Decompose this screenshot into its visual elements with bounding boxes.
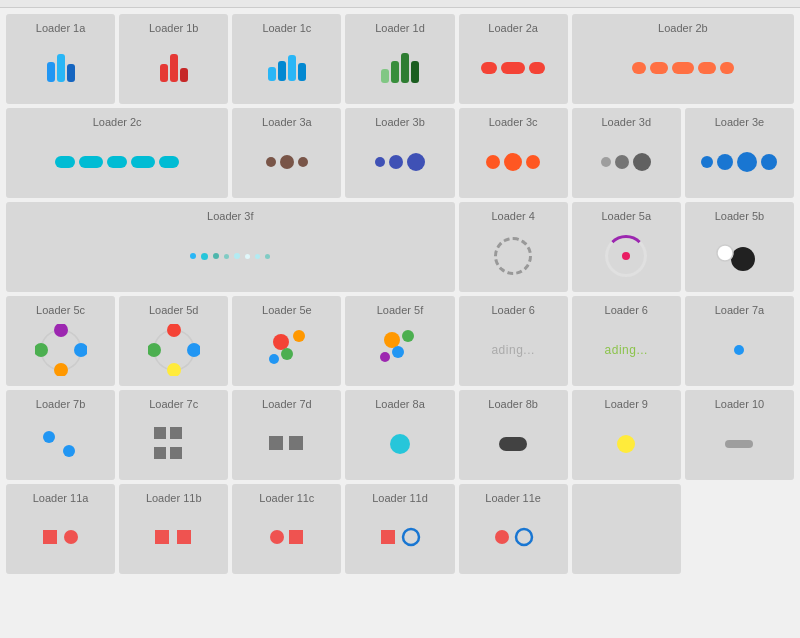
svg-rect-26 [269, 436, 283, 450]
loader-label-9: Loader 9 [605, 398, 648, 410]
svg-rect-28 [43, 530, 57, 544]
svg-point-18 [392, 346, 404, 358]
loader-label-2b: Loader 2b [658, 22, 708, 34]
loader-visual-2c [10, 134, 224, 190]
empty-cell [572, 484, 681, 574]
loader-label-7b: Loader 7b [36, 398, 86, 410]
loader-visual-5d [123, 322, 224, 378]
svg-rect-25 [170, 447, 182, 459]
loader-cell-6a: Loader 6ading... [459, 296, 568, 386]
svg-point-9 [187, 343, 200, 357]
loader-visual-3b [349, 134, 450, 190]
svg-point-15 [269, 354, 279, 364]
loader-cell-3c: Loader 3c [459, 108, 568, 198]
loader-label-10: Loader 10 [715, 398, 765, 410]
loader-visual-11a [10, 510, 111, 566]
svg-rect-27 [289, 436, 303, 450]
loader-cell-3e: Loader 3e [685, 108, 794, 198]
svg-point-3 [54, 324, 68, 337]
svg-point-14 [281, 348, 293, 360]
loader-label-4: Loader 4 [491, 210, 534, 222]
loader-visual-3d [576, 134, 677, 190]
loader-visual-3c [463, 134, 564, 190]
svg-rect-23 [170, 427, 182, 439]
loader-label-11a: Loader 11a [33, 492, 89, 504]
loader-cell-9: Loader 9 [572, 390, 681, 480]
loader-cell-6b: Loader 6ading... [572, 296, 681, 386]
svg-point-37 [516, 529, 532, 545]
loader-label-3f: Loader 3f [207, 210, 253, 222]
loader-label-2c: Loader 2c [93, 116, 142, 128]
loader-visual-5f [349, 322, 450, 378]
svg-point-10 [167, 363, 181, 376]
loader-cell-5b: Loader 5b [685, 202, 794, 292]
loader-cell-5c: Loader 5c [6, 296, 115, 386]
loader-cell-5d: Loader 5d [119, 296, 228, 386]
loader-label-6b: Loader 6 [605, 304, 648, 316]
loader-label-3d: Loader 3d [602, 116, 652, 128]
loader-visual-11e [463, 510, 564, 566]
top-bar [0, 0, 800, 8]
loader-cell-5a: Loader 5a [572, 202, 681, 292]
loader-visual-1a [10, 40, 111, 96]
loader-visual-3f [10, 228, 451, 284]
loader-visual-2a [463, 40, 564, 96]
loader-label-11b: Loader 11b [146, 492, 202, 504]
loader-label-1d: Loader 1d [375, 22, 425, 34]
loader-visual-8b [463, 416, 564, 472]
loader-visual-2b [576, 40, 790, 96]
loader-cell-8a: Loader 8a [345, 390, 454, 480]
loader-visual-7a [689, 322, 790, 378]
loader-visual-11c [236, 510, 337, 566]
svg-point-6 [35, 343, 48, 357]
svg-rect-22 [154, 427, 166, 439]
svg-point-16 [384, 332, 400, 348]
loader-label-7c: Loader 7c [149, 398, 198, 410]
loader-visual-1c [236, 40, 337, 96]
loader-cell-1d: Loader 1d [345, 14, 454, 104]
loader-cell-10: Loader 10 [685, 390, 794, 480]
loader-cell-11a: Loader 11a [6, 484, 115, 574]
loader-visual-6a: ading... [463, 322, 564, 378]
loader-label-3e: Loader 3e [715, 116, 765, 128]
loader-label-3b: Loader 3b [375, 116, 425, 128]
loader-cell-7d: Loader 7d [232, 390, 341, 480]
loader-visual-11b [123, 510, 224, 566]
loader-visual-10 [689, 416, 790, 472]
loader-label-6a: Loader 6 [491, 304, 534, 316]
loader-visual-3e [689, 134, 790, 190]
svg-rect-30 [155, 530, 169, 544]
loader-cell-11d: Loader 11d [345, 484, 454, 574]
loader-visual-5c [10, 322, 111, 378]
loader-label-11d: Loader 11d [372, 492, 428, 504]
svg-point-19 [380, 352, 390, 362]
svg-rect-31 [177, 530, 191, 544]
loader-label-8b: Loader 8b [488, 398, 538, 410]
loader-cell-7b: Loader 7b [6, 390, 115, 480]
loader-label-1a: Loader 1a [36, 22, 86, 34]
loader-cell-3b: Loader 3b [345, 108, 454, 198]
loader-cell-1a: Loader 1a [6, 14, 115, 104]
loader-cell-11e: Loader 11e [459, 484, 568, 574]
loader-label-11e: Loader 11e [485, 492, 541, 504]
svg-point-0 [731, 247, 755, 271]
loader-label-11c: Loader 11c [259, 492, 314, 504]
loader-visual-7b [10, 416, 111, 472]
loader-cell-7c: Loader 7c [119, 390, 228, 480]
loader-visual-5e [236, 322, 337, 378]
svg-point-11 [148, 343, 161, 357]
loader-visual-8a [349, 416, 450, 472]
svg-point-32 [270, 530, 284, 544]
loader-visual-3a [236, 134, 337, 190]
loader-cell-1c: Loader 1c [232, 14, 341, 104]
loader-label-5d: Loader 5d [149, 304, 199, 316]
loader-label-5b: Loader 5b [715, 210, 765, 222]
loader-visual-9 [576, 416, 677, 472]
loader-label-3c: Loader 3c [489, 116, 538, 128]
loader-cell-3d: Loader 3d [572, 108, 681, 198]
loader-visual-5a [576, 228, 677, 284]
loader-cell-11c: Loader 11c [232, 484, 341, 574]
svg-point-5 [54, 363, 68, 376]
loader-label-5a: Loader 5a [602, 210, 652, 222]
loader-visual-7d [236, 416, 337, 472]
